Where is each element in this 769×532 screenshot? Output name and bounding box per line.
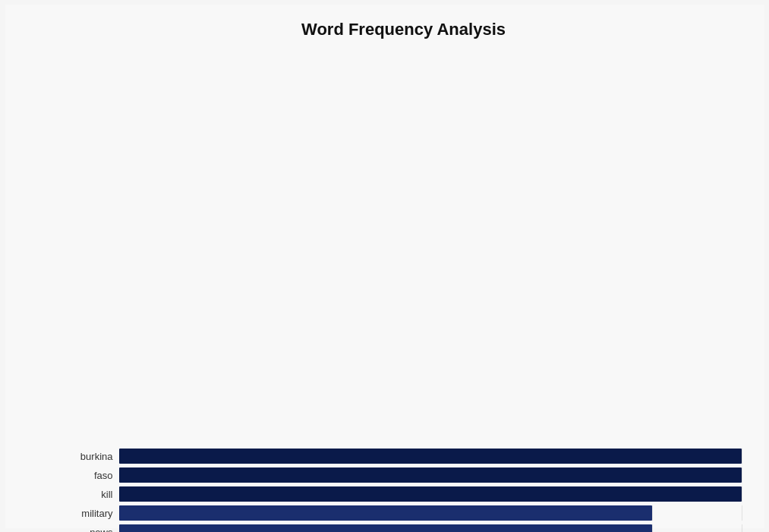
bar-fill	[119, 467, 742, 483]
bar-fill	[119, 486, 742, 502]
bar-track	[119, 449, 742, 464]
bar-track	[119, 467, 742, 483]
bar-fill	[119, 524, 653, 532]
bar-row: kill	[66, 486, 742, 503]
bar-label: news	[66, 527, 119, 533]
bar-track	[119, 505, 742, 521]
bar-row: news	[66, 524, 742, 533]
bar-row: burkina	[66, 448, 742, 465]
bar-label: burkina	[66, 451, 119, 462]
bar-label: kill	[66, 489, 119, 500]
bar-row: military	[66, 505, 742, 522]
bar-row: faso	[66, 467, 742, 484]
bars-area: burkinafasokillmilitarynewsattackcivilia…	[66, 448, 742, 533]
chart-title: Word Frequency Analysis	[66, 20, 742, 39]
chart-container: Word Frequency Analysis burkinafasokillm…	[5, 5, 764, 528]
bar-fill	[119, 449, 742, 464]
bar-track	[119, 524, 742, 532]
bar-fill	[119, 505, 653, 521]
bar-label: military	[66, 508, 119, 519]
bar-track	[119, 486, 742, 502]
bar-label: faso	[66, 470, 119, 481]
